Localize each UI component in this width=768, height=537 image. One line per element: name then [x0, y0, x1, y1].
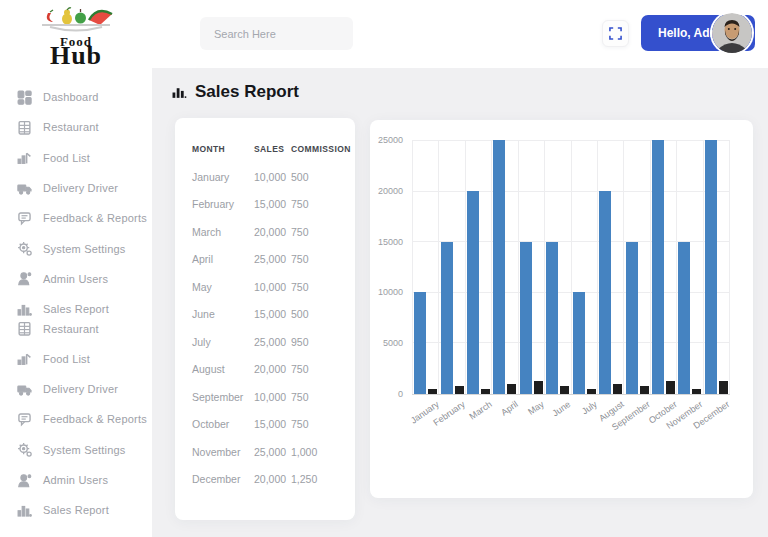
month-cell: August [192, 363, 254, 375]
sales-bar-march [467, 191, 479, 394]
chart-category-june: June [544, 141, 570, 394]
chart-category-april: April [491, 141, 517, 394]
chart-category-december: December [703, 141, 730, 394]
sales-cell: 15,000 [254, 198, 291, 210]
sales-table-card: MONTHSALESCOMMISSION January10,000500Feb… [175, 118, 355, 520]
month-cell: September [192, 391, 254, 403]
app-logo[interactable]: Food Hub [0, 0, 152, 69]
sidebar-item-admin-users[interactable]: Admin Users [0, 465, 152, 495]
y-axis-tick-label: 10000 [378, 287, 403, 297]
sidebar-item-label: Feedback & Reports [43, 413, 147, 425]
commission-cell: 750 [291, 391, 347, 403]
sidebar-item-system-settings[interactable]: System Settings [0, 233, 152, 263]
chart-category-november: November [676, 141, 702, 394]
sidebar-item-restaurant[interactable]: Restaurant [0, 313, 152, 343]
table-row: September10,000750 [192, 383, 347, 411]
month-cell: November [192, 446, 254, 458]
chart-plot-area: JanuaryFebruaryMarchAprilMayJuneJulyAugu… [412, 141, 730, 395]
sales-cell: 20,000 [254, 363, 291, 375]
sidebar-item-label: Feedback & Reports [43, 212, 147, 224]
month-cell: December [192, 473, 254, 485]
commission-bar-october [666, 381, 675, 394]
commission-cell: 950 [291, 336, 347, 348]
admin-profile-button[interactable]: Hello, Admin [641, 15, 755, 51]
sidebar-item-label: Sales Report [43, 504, 109, 516]
y-axis-tick-label: 5000 [383, 338, 403, 348]
sidebar-item-label: Admin Users [43, 273, 108, 285]
table-row: July25,000950 [192, 328, 347, 356]
commission-bar-december [719, 381, 728, 394]
sales-cell: 10,000 [254, 281, 291, 293]
sidebar-item-system-settings[interactable]: System Settings [0, 435, 152, 465]
sidebar-item-label: Admin Users [43, 474, 108, 486]
sidebar-item-feedback-reports[interactable]: Feedback & Reports [0, 404, 152, 434]
sales-bar-january [414, 292, 426, 394]
sales-cell: 20,000 [254, 473, 291, 485]
sidebar-item-delivery-driver[interactable]: Delivery Driver [0, 374, 152, 404]
sidebar-item-label: Restaurant [43, 323, 99, 335]
search-input[interactable] [200, 28, 356, 40]
commission-bar-january [428, 389, 437, 394]
y-axis-tick-label: 0 [398, 389, 403, 399]
table-row: October15,000750 [192, 411, 347, 439]
delivery-driver-icon [17, 181, 32, 196]
sidebar-item-dashboard[interactable]: Dashboard [0, 82, 152, 112]
sales-chart-card: 0500010000150002000025000 JanuaryFebruar… [370, 120, 753, 498]
month-cell: July [192, 336, 254, 348]
table-row: March20,000750 [192, 218, 347, 246]
table-row: May10,000750 [192, 273, 347, 301]
commission-bar-september [640, 386, 649, 394]
sidebar-item-food-list[interactable]: Food List [0, 344, 152, 374]
y-axis-tick-label: 15000 [378, 237, 403, 247]
food-list-icon [17, 351, 32, 366]
sidebar-item-sales-report[interactable]: Sales Report [0, 495, 152, 525]
sales-cell: 10,000 [254, 391, 291, 403]
commission-bar-february [455, 386, 464, 394]
commission-cell: 1,000 [291, 446, 347, 458]
system-settings-icon [17, 241, 32, 256]
commission-cell: 1,250 [291, 473, 347, 485]
admin-users-icon [17, 271, 32, 286]
commission-bar-june [560, 386, 569, 394]
chart-category-october: October [650, 141, 676, 394]
sales-bar-february [441, 242, 453, 394]
x-axis-label: April [499, 399, 519, 418]
table-row: November25,0001,000 [192, 438, 347, 466]
commission-bar-july [587, 389, 596, 394]
sidebar-item-food-list[interactable]: Food List [0, 143, 152, 173]
logo-fruits-icon [34, 5, 118, 33]
sales-bar-september [626, 242, 638, 394]
sidebar-item-label: Delivery Driver [43, 182, 118, 194]
commission-bar-may [534, 381, 543, 394]
topbar: Hello, Admin [152, 0, 768, 68]
x-axis-label: May [526, 399, 546, 417]
sales-report-icon [17, 503, 32, 518]
chart-category-may: May [518, 141, 544, 394]
month-cell: May [192, 281, 254, 293]
commission-cell: 750 [291, 281, 347, 293]
search-box [200, 17, 353, 50]
sidebar: Food Hub DashboardRestaurantFood ListDel… [0, 0, 152, 537]
fullscreen-icon [609, 27, 622, 40]
sidebar-item-feedback-reports[interactable]: Feedback & Reports [0, 203, 152, 233]
table-header-month: MONTH [192, 144, 254, 154]
sidebar-item-restaurant[interactable]: Restaurant [0, 112, 152, 142]
month-cell: October [192, 418, 254, 430]
table-header-sales: SALES [254, 144, 291, 154]
table-row: December20,0001,250 [192, 466, 347, 494]
month-cell: February [192, 198, 254, 210]
x-axis-label: June [551, 399, 573, 418]
fullscreen-button[interactable] [602, 20, 629, 47]
sidebar-item-admin-users[interactable]: Admin Users [0, 264, 152, 294]
sales-bar-april [493, 140, 505, 394]
sidebar-item-label: Food List [43, 353, 90, 365]
sidebar-item-delivery-driver[interactable]: Delivery Driver [0, 173, 152, 203]
month-cell: January [192, 171, 254, 183]
commission-cell: 750 [291, 418, 347, 430]
table-row: February15,000750 [192, 191, 347, 219]
sidebar-item-label: System Settings [43, 444, 125, 456]
chart-category-september: September [623, 141, 649, 394]
chart-category-march: March [465, 141, 491, 394]
feedback-reports-icon [17, 211, 32, 226]
commission-bar-march [481, 389, 490, 394]
